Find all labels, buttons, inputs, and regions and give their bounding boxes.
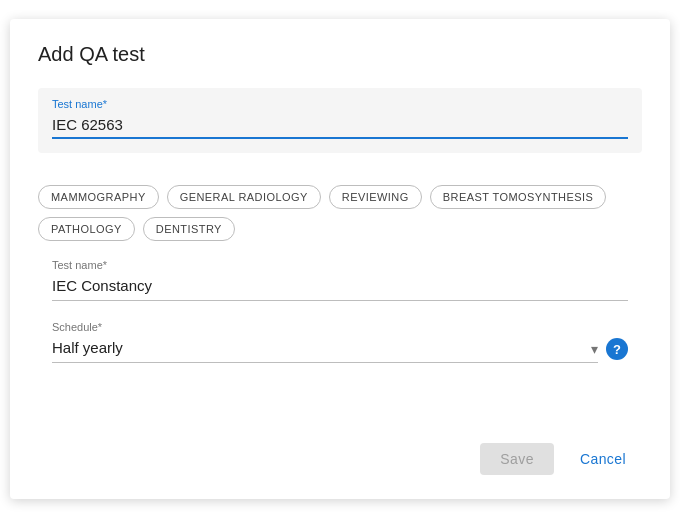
cancel-button[interactable]: Cancel [564, 443, 642, 475]
chip-general-radiology[interactable]: GENERAL RADIOLOGY [167, 185, 321, 209]
form-section: Test name* IEC Constancy Schedule* Daily… [38, 249, 642, 427]
test-name-label: Test name* [52, 259, 628, 271]
schedule-help-icon[interactable]: ? [606, 338, 628, 360]
chip-pathology[interactable]: PATHOLOGY [38, 217, 135, 241]
save-button[interactable]: Save [480, 443, 554, 475]
search-label: Test name* [52, 98, 628, 110]
chip-breast-tomosynthesis[interactable]: BREAST TOMOSYNTHESIS [430, 185, 607, 209]
category-chip-row: MAMMOGRAPHY GENERAL RADIOLOGY REVIEWING … [38, 185, 642, 241]
schedule-select-wrapper: Daily Weekly Monthly Quarterly Half year… [52, 335, 598, 363]
chip-reviewing[interactable]: REVIEWING [329, 185, 422, 209]
test-name-search-section: Test name* [38, 88, 642, 153]
test-name-search-input[interactable] [52, 114, 628, 139]
test-name-field: Test name* IEC Constancy [52, 259, 628, 301]
schedule-label: Schedule* [52, 321, 628, 333]
dialog-footer: Save Cancel [38, 427, 642, 475]
schedule-select-row: Daily Weekly Monthly Quarterly Half year… [52, 335, 628, 363]
test-name-value: IEC Constancy [52, 273, 628, 301]
chip-mammography[interactable]: MAMMOGRAPHY [38, 185, 159, 209]
schedule-select[interactable]: Daily Weekly Monthly Quarterly Half year… [52, 335, 598, 363]
schedule-field: Schedule* Daily Weekly Monthly Quarterly… [52, 321, 628, 363]
dialog-title: Add QA test [38, 43, 642, 66]
chip-dentistry[interactable]: DENTISTRY [143, 217, 235, 241]
add-qa-test-dialog: Add QA test Test name* MAMMOGRAPHY GENER… [10, 19, 670, 499]
